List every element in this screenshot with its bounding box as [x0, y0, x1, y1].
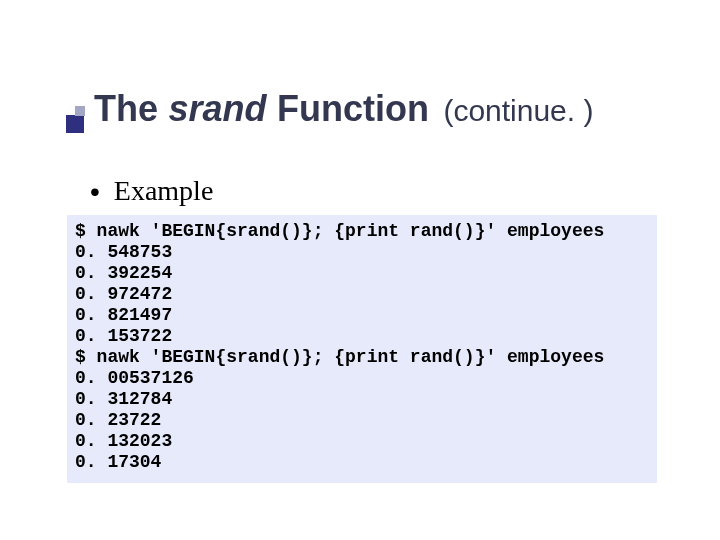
title-word-function: Function: [277, 88, 429, 129]
code-line: 0. 17304: [75, 452, 649, 473]
title-word-srand: srand: [168, 88, 266, 129]
title-word-the: The: [94, 88, 158, 129]
slide: The srand Function (continue. ) •Example…: [0, 0, 720, 540]
code-line: 0. 312784: [75, 389, 649, 410]
code-line: 0. 392254: [75, 263, 649, 284]
bullet-dot-icon: •: [90, 176, 100, 208]
code-line: 0. 23722: [75, 410, 649, 431]
code-line: 0. 132023: [75, 431, 649, 452]
bullet-example: •Example: [90, 175, 213, 210]
decorative-square-dark: [66, 115, 84, 133]
slide-title: The srand Function (continue. ): [94, 88, 680, 130]
code-block: $ nawk 'BEGIN{srand()}; {print rand()}' …: [67, 215, 657, 483]
code-line: 0. 00537126: [75, 368, 649, 389]
decorative-square-light: [75, 106, 85, 116]
code-line: $ nawk 'BEGIN{srand()}; {print rand()}' …: [75, 347, 649, 368]
code-line: $ nawk 'BEGIN{srand()}; {print rand()}' …: [75, 221, 649, 242]
code-line: 0. 548753: [75, 242, 649, 263]
bullet-label: Example: [114, 175, 214, 206]
code-line: 0. 153722: [75, 326, 649, 347]
code-line: 0. 972472: [75, 284, 649, 305]
code-line: 0. 821497: [75, 305, 649, 326]
title-word-continue: (continue. ): [443, 94, 593, 127]
